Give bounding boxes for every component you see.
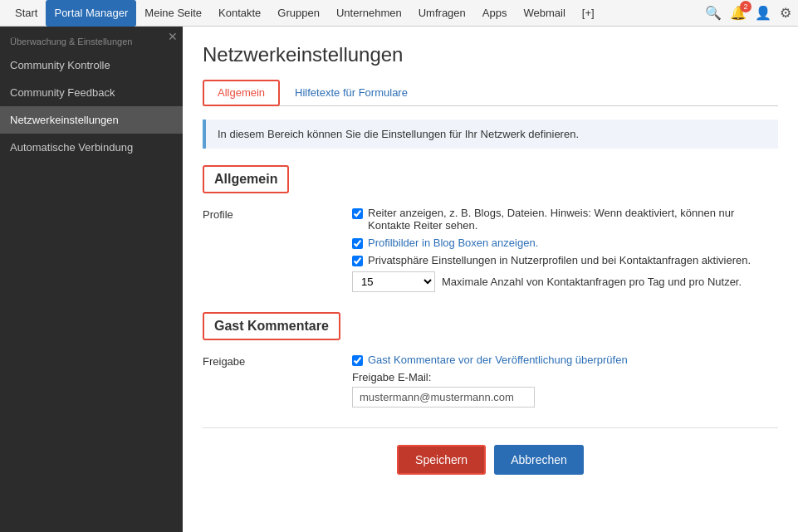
sidebar-item-community-kontrolle[interactable]: Community Kontrolle [0, 51, 183, 79]
kontaktanfragen-select[interactable]: 5 10 15 20 25 [352, 271, 435, 292]
info-box: In diesem Bereich können Sie die Einstel… [203, 120, 778, 149]
tab-allgemein[interactable]: Allgemein [203, 80, 280, 106]
page-title: Netzwerkeinstellungen [203, 43, 778, 66]
notifications-icon[interactable]: 🔔 2 [730, 5, 747, 21]
checkbox-gast-label: Gast Kommentare vor der Veröffentlichung… [368, 354, 628, 366]
checkbox-row-gast: Gast Kommentare vor der Veröffentlichung… [352, 354, 778, 366]
allgemein-section: Allgemein Profile Reiter anzeigen, z. B.… [203, 165, 778, 292]
notification-badge: 2 [740, 1, 751, 12]
sidebar-item-community-feedback[interactable]: Community Feedback [0, 79, 183, 106]
email-label: Freigabe E-Mail: [352, 371, 778, 383]
search-icon[interactable]: 🔍 [705, 5, 722, 21]
user-icon[interactable]: 👤 [755, 5, 771, 21]
sidebar: ✕ Überwachung & Einstellungen Community … [0, 27, 183, 532]
gast-kommentare-header: Gast Kommentare [203, 312, 340, 340]
dropdown-label: Maximale Anzahl von Kontaktanfragen pro … [442, 276, 742, 288]
nav-kontakte[interactable]: Kontakte [210, 0, 269, 27]
checkbox-row-3: Privatsphäre Einstellungen in Nutzerprof… [352, 254, 778, 266]
cancel-button[interactable]: Abbrechen [494, 445, 584, 475]
settings-icon[interactable]: ⚙ [780, 5, 791, 21]
nav-umfragen[interactable]: Umfragen [410, 0, 474, 27]
profile-content: Reiter anzeigen, z. B. Blogs, Dateien. H… [352, 207, 778, 292]
checkbox-row-2: Profilbilder in Blog Boxen anzeigen. [352, 237, 778, 249]
nav-webmail[interactable]: Webmail [515, 0, 573, 27]
checkbox-profilbilder-label: Profilbilder in Blog Boxen anzeigen. [368, 237, 538, 249]
save-button[interactable]: Speichern [397, 445, 486, 475]
nav-unternehmen[interactable]: Unternehmen [328, 0, 410, 27]
divider [203, 427, 778, 428]
top-nav: Start Portal Manager Meine Seite Kontakt… [0, 0, 798, 27]
freigabe-label: Freigabe [203, 354, 352, 368]
profile-row: Profile Reiter anzeigen, z. B. Blogs, Da… [203, 207, 778, 292]
checkbox-reiter-label: Reiter anzeigen, z. B. Blogs, Dateien. H… [368, 207, 778, 232]
freigabe-row: Freigabe Gast Kommentare vor der Veröffe… [203, 354, 778, 408]
main-layout: ✕ Überwachung & Einstellungen Community … [0, 27, 798, 532]
checkbox-gast-kommentare[interactable] [352, 355, 363, 366]
tab-hilfetexte[interactable]: Hilfetexte für Formulare [280, 80, 423, 105]
checkbox-privatsphaere[interactable] [352, 256, 363, 266]
info-text: In diesem Bereich können Sie die Einstel… [218, 128, 579, 140]
profile-label: Profile [203, 207, 352, 221]
freigabe-content: Gast Kommentare vor der Veröffentlichung… [352, 354, 778, 408]
checkbox-privatsphaere-label: Privatsphäre Einstellungen in Nutzerprof… [368, 254, 751, 266]
sidebar-item-automatische-verbindung[interactable]: Automatische Verbindung [0, 134, 183, 161]
tabs: Allgemein Hilfetexte für Formulare [203, 80, 778, 106]
checkbox-row-1: Reiter anzeigen, z. B. Blogs, Dateien. H… [352, 207, 778, 232]
email-input[interactable] [352, 387, 535, 408]
nav-plus[interactable]: [+] [574, 0, 603, 27]
dropdown-row: 5 10 15 20 25 Maximale Anzahl von Kontak… [352, 271, 778, 292]
sidebar-item-netzwerkeinstellungen[interactable]: Netzwerkeinstellungen [0, 106, 183, 134]
checkbox-profilbilder[interactable] [352, 238, 363, 249]
button-row: Speichern Abbrechen [203, 445, 778, 475]
nav-portal-manager[interactable]: Portal Manager [46, 0, 136, 27]
checkbox-reiter[interactable] [352, 208, 363, 219]
main-content: Netzwerkeinstellungen Allgemein Hilfetex… [183, 27, 798, 532]
allgemein-section-header: Allgemein [203, 165, 289, 193]
gast-kommentare-section: Gast Kommentare Freigabe Gast Kommentare… [203, 312, 778, 408]
nav-icons: 🔍 🔔 2 👤 ⚙ [705, 5, 791, 21]
nav-gruppen[interactable]: Gruppen [269, 0, 328, 27]
nav-start[interactable]: Start [7, 0, 46, 27]
sidebar-section-title: Überwachung & Einstellungen [0, 27, 183, 51]
nav-apps[interactable]: Apps [474, 0, 516, 27]
nav-meine-seite[interactable]: Meine Seite [136, 0, 210, 27]
sidebar-close-button[interactable]: ✕ [168, 30, 178, 43]
